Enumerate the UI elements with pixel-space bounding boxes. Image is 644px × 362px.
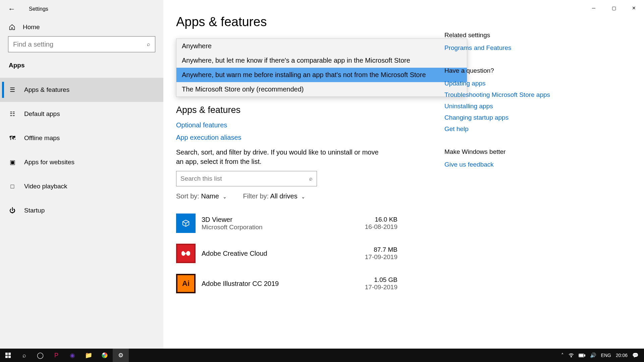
close-button[interactable]: ✕ [624, 1, 644, 15]
right-panel: Related settings Programs and Features H… [444, 15, 558, 349]
app-icon [176, 214, 196, 233]
svg-rect-0 [5, 353, 8, 355]
app-date: 17-09-2019 [365, 284, 397, 291]
app-row[interactable]: Ai Adobe Illustrator CC 2019 1.05 GB 17-… [176, 268, 397, 299]
taskbar-language[interactable]: ENG [601, 353, 611, 358]
startup-icon: ⏻ [9, 207, 16, 214]
svg-point-6 [571, 357, 572, 357]
app-date: 16-08-2019 [365, 223, 397, 231]
video-icon: □ [9, 183, 16, 190]
help-link[interactable]: Uninstalling apps [444, 103, 558, 110]
back-icon[interactable]: ← [8, 5, 15, 13]
filter-by[interactable]: Filter by: All drives ⌄ [243, 192, 305, 200]
svg-rect-9 [579, 354, 583, 357]
taskbar-clock[interactable]: 20:06 [616, 353, 628, 358]
help-link[interactable]: Get help [444, 125, 558, 133]
feedback-title: Make Windows better [444, 148, 558, 156]
sidebar-item-apps-features[interactable]: ☰ Apps & features [0, 78, 163, 102]
apps-search-input[interactable] [180, 175, 309, 182]
start-button[interactable] [0, 349, 16, 362]
apps-description: Search, sort, and filter by drive. If yo… [176, 147, 384, 166]
search-icon: ⌕ [147, 41, 150, 47]
chrome-icon[interactable] [97, 349, 113, 362]
section-subtitle: Apps & features [176, 105, 404, 115]
page-title: Apps & features [176, 15, 404, 29]
help-link[interactable]: Changing startup apps [444, 114, 558, 121]
app-name: Adobe Illustrator CC 2019 [202, 280, 365, 288]
related-settings-title: Related settings [444, 32, 558, 39]
app-icon [176, 244, 196, 263]
chevron-down-icon: ⌄ [301, 194, 305, 199]
map-icon: 🗺 [9, 134, 16, 142]
sort-by[interactable]: Sort by: Name ⌄ [176, 192, 227, 200]
tray-chevron-icon[interactable]: ˄ [561, 352, 564, 358]
app-size: 87.7 MB [365, 246, 397, 253]
cortana-icon[interactable]: ◯ [32, 349, 48, 362]
app-execution-aliases-link[interactable]: App execution aliases [176, 134, 404, 141]
question-title: Have a question? [444, 67, 558, 74]
dropdown-option-selected[interactable]: Anywhere, but warn me before installing … [176, 68, 467, 82]
settings-search-input[interactable] [13, 41, 147, 48]
app-row[interactable]: 3D Viewer Microsoft Corporation 16.0 KB … [176, 208, 397, 238]
taskbar: ⌕ ◯ P ◉ 📁 ⚙ ˄ 🔊 ENG 20:06 💬 [0, 349, 644, 362]
app-icon: Ai [176, 274, 196, 293]
sidebar-item-label: Startup [24, 207, 45, 214]
sidebar-item-label: Video playback [24, 183, 67, 190]
app-size: 16.0 KB [365, 216, 397, 223]
search-icon: ⌕ [309, 176, 313, 182]
taskbar-app[interactable]: ◉ [64, 349, 80, 362]
app-date: 17-09-2019 [365, 253, 397, 261]
home-label: Home [23, 23, 40, 31]
taskbar-search-icon[interactable]: ⌕ [16, 349, 32, 362]
sidebar-item-offline-maps[interactable]: 🗺 Offline maps [0, 126, 163, 150]
settings-search[interactable]: ⌕ [8, 36, 155, 52]
dropdown-option[interactable]: Anywhere, but let me know if there's a c… [176, 53, 467, 68]
sidebar-item-label: Apps & features [24, 86, 69, 94]
app-publisher: Microsoft Corporation [202, 224, 365, 231]
file-explorer-icon[interactable]: 📁 [80, 349, 97, 362]
home-link[interactable]: Home [0, 15, 163, 36]
svg-rect-2 [5, 356, 8, 358]
feedback-link[interactable]: Give us feedback [444, 161, 558, 168]
app-name: Adobe Creative Cloud [202, 250, 365, 257]
sidebar-item-default-apps[interactable]: ☷ Default apps [0, 102, 163, 126]
app-size: 1.05 GB [365, 276, 397, 284]
minimize-button[interactable]: ─ [584, 1, 604, 15]
battery-icon[interactable] [579, 353, 585, 358]
chevron-down-icon: ⌄ [223, 194, 227, 199]
svg-rect-3 [8, 356, 11, 358]
svg-rect-8 [584, 355, 585, 356]
sidebar-section-title: Apps [0, 59, 163, 76]
list-icon: ☰ [9, 86, 16, 94]
dropdown-option[interactable]: The Microsoft Store only (recommended) [176, 82, 467, 97]
settings-taskbar-icon[interactable]: ⚙ [113, 349, 129, 362]
svg-rect-1 [8, 353, 11, 355]
taskbar-app[interactable]: P [48, 349, 64, 362]
sidebar-item-label: Apps for websites [24, 159, 74, 166]
help-link[interactable]: Updating apps [444, 80, 558, 87]
dropdown-option[interactable]: Anywhere [176, 39, 467, 53]
window-title: Settings [29, 6, 48, 12]
apps-search[interactable]: ⌕ [176, 171, 317, 186]
wifi-icon[interactable] [569, 353, 574, 358]
volume-icon[interactable]: 🔊 [590, 352, 596, 358]
sidebar-item-apps-for-websites[interactable]: ▣ Apps for websites [0, 150, 163, 174]
help-link[interactable]: Troubleshooting Microsoft Store apps [444, 91, 558, 99]
home-icon [9, 24, 15, 31]
sidebar: ← Settings Home ⌕ Apps ☰ Apps & features… [0, 0, 163, 349]
app-name: 3D Viewer [202, 216, 365, 224]
sidebar-item-video-playback[interactable]: □ Video playback [0, 174, 163, 198]
sidebar-item-label: Default apps [24, 110, 60, 118]
optional-features-link[interactable]: Optional features [176, 121, 404, 129]
main-content: Apps & features Anywhere Anywhere, but l… [176, 15, 404, 349]
sidebar-item-label: Offline maps [24, 134, 60, 142]
websites-icon: ▣ [9, 159, 16, 166]
app-row[interactable]: Adobe Creative Cloud 87.7 MB 17-09-2019 [176, 238, 397, 268]
install-source-dropdown[interactable]: Anywhere Anywhere, but let me know if th… [176, 39, 467, 97]
related-link[interactable]: Programs and Features [444, 44, 558, 52]
maximize-button[interactable]: ▢ [604, 1, 624, 15]
defaults-icon: ☷ [9, 110, 16, 118]
sidebar-item-startup[interactable]: ⏻ Startup [0, 198, 163, 223]
notifications-icon[interactable]: 💬 [632, 352, 639, 358]
